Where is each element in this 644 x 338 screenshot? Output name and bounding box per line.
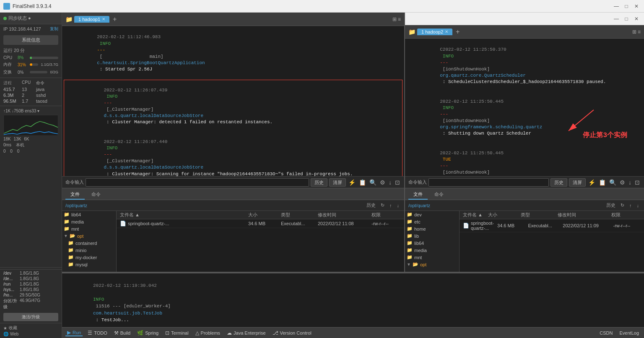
file-name-1: 📄 springboot-quartz-... — [120, 221, 245, 226]
folder-icon: 📁 — [68, 255, 74, 260]
right-tree-home[interactable]: 📁 home — [405, 225, 459, 232]
file-row-1[interactable]: 📄 springboot-quartz-... 34.6 MB Executab… — [117, 219, 404, 228]
bottom-tab-terminal[interactable]: ⊡ Terminal — [164, 330, 190, 336]
left-download-file-icon[interactable]: ↓ — [395, 203, 401, 208]
bottom-tab-build[interactable]: ⚒ Build — [112, 330, 132, 336]
tree-item-minio[interactable]: 📁 minio — [62, 247, 116, 254]
bottom-csdn[interactable]: CSDN — [598, 330, 614, 335]
left-history-file-button[interactable]: 历史 — [365, 202, 377, 208]
file-size-1: 34.6 MB — [248, 221, 278, 226]
tree-item-lib64[interactable]: 📁 lib64 — [62, 211, 116, 218]
close-button[interactable]: ✕ — [632, 2, 641, 10]
right-clear-button[interactable]: 清屏 — [569, 178, 586, 187]
right-search-icon[interactable]: 🔍 — [608, 179, 617, 186]
right-grid-button[interactable]: ⊞ ≡ — [632, 29, 641, 35]
folder-icon: 📁 — [64, 226, 70, 231]
sys-info-button[interactable]: 系统信息 — [3, 35, 58, 45]
right-download-file-icon[interactable]: ↓ — [635, 203, 641, 208]
right-copy-icon[interactable]: 📋 — [598, 179, 607, 186]
left-history-button[interactable]: 历史 — [311, 178, 327, 187]
left-tab-close[interactable]: ✕ — [102, 17, 105, 21]
activate-button[interactable]: 激活/升级 — [3, 313, 58, 321]
tree-item-mysql[interactable]: 📁 mysql — [62, 261, 116, 268]
left-settings-icon[interactable]: ⚙ — [379, 179, 386, 186]
cpu-percent: 8% — [18, 55, 28, 60]
left-upload-icon[interactable]: ↑ — [388, 203, 394, 208]
right-tree-lib64[interactable]: 📁 lib64 — [405, 239, 459, 247]
left-refresh-icon[interactable]: ↻ — [379, 203, 386, 208]
left-download-icon[interactable]: ↓ — [388, 179, 392, 186]
folder-icon: 📁 — [407, 233, 413, 239]
right-file-row-1[interactable]: 📄 springboot-quartz-... 34.6 MB Executab… — [460, 219, 644, 232]
right-col-name[interactable]: 文件名 ▲ — [463, 212, 485, 218]
left-panel-tab[interactable]: 1 hadoop1 ✕ — [74, 16, 109, 23]
left-cmd-input[interactable] — [86, 178, 309, 187]
col-type[interactable]: 类型 — [281, 212, 314, 218]
folder-icon: 📁 — [68, 247, 74, 253]
swap-label: 交换 — [3, 69, 16, 75]
right-panel-tab[interactable]: 1 hadoop2 ✕ — [417, 29, 452, 35]
right-history-file-button[interactable]: 历史 — [605, 202, 617, 208]
right-tree-mnt[interactable]: 📁 mnt — [405, 254, 459, 261]
right-tree-media[interactable]: 📁 media — [405, 247, 459, 254]
right-maximize-button[interactable]: □ — [622, 15, 631, 23]
bottom-tab-version-control[interactable]: ⎇ Version Control — [271, 330, 313, 336]
right-tab-close[interactable]: ✕ — [445, 29, 448, 34]
bottom-tab-run[interactable]: ▶ Run — [65, 330, 83, 336]
right-minimize-button[interactable]: — — [612, 15, 621, 23]
center-content: 📁 1 hadoop1 ✕ + ⊞ ≡ 2022-02-12 11:12:46.… — [62, 13, 644, 338]
right-add-tab-button[interactable]: + — [456, 28, 460, 36]
left-tab-files[interactable]: 文件 — [65, 190, 85, 200]
right-terminal[interactable]: C2022-02-12 11:25:50.370 INFO --- [ionSh… — [405, 39, 644, 176]
left-add-tab-button[interactable]: + — [113, 16, 117, 23]
right-upload-icon[interactable]: ↑ — [628, 203, 634, 208]
left-copy-icon[interactable]: 📋 — [358, 179, 367, 186]
tree-item-media[interactable]: 📁 media — [62, 218, 116, 225]
left-expand-icon[interactable]: ⊡ — [394, 179, 401, 186]
right-col-size[interactable]: 大小 — [488, 212, 517, 218]
left-terminal[interactable]: 2022-02-12 11:12:46.983 INFO --- [ main]… — [62, 26, 404, 176]
swap-bar-bg — [30, 71, 47, 73]
right-tab-commands[interactable]: 命令 — [429, 190, 449, 200]
right-col-perm[interactable]: 权限 — [611, 212, 641, 218]
path-row-run: /run 1.8G/1.8G — [3, 281, 58, 287]
memory-bar-fill — [30, 63, 32, 66]
col-date[interactable]: 修改时间 — [318, 212, 368, 218]
right-tree-opt[interactable]: ▼ 📂 opt — [405, 261, 459, 268]
minimize-button[interactable]: — — [612, 2, 621, 10]
left-lightning-icon[interactable]: ⚡ — [348, 179, 356, 186]
right-refresh-icon[interactable]: ↻ — [619, 203, 626, 208]
right-close-button[interactable]: ✕ — [632, 15, 641, 23]
right-tree-etc[interactable]: 📁 etc — [405, 218, 459, 225]
right-col-type[interactable]: 类型 — [521, 212, 554, 218]
bottom-tab-todo[interactable]: ☰ TODO — [86, 330, 109, 336]
right-cmd-input[interactable] — [428, 178, 549, 187]
left-search-icon[interactable]: 🔍 — [369, 179, 377, 186]
right-tab-files[interactable]: 文件 — [408, 190, 428, 200]
bottom-console[interactable]: 2022-02-12 11:19:30.042 INFO 11516 --- [… — [62, 273, 644, 327]
copy-ip-button[interactable]: 复制 — [50, 26, 58, 32]
right-download-icon[interactable]: ↓ — [628, 179, 632, 186]
right-history-button[interactable]: 历史 — [551, 178, 567, 187]
right-tree-lib[interactable]: 📁 lib — [405, 232, 459, 239]
bottom-tab-java-enterprise[interactable]: ☁ Java Enterprise — [225, 330, 267, 336]
tree-item-opt[interactable]: ▼ 📂 opt — [62, 232, 116, 239]
left-clear-button[interactable]: 清屏 — [329, 178, 346, 187]
bottom-event-log[interactable]: EventLog — [618, 330, 641, 335]
right-expand-icon[interactable]: ⊡ — [634, 179, 641, 186]
right-tree-dev[interactable]: 📁 dev — [405, 211, 459, 218]
col-name[interactable]: 文件名 ▲ — [120, 212, 245, 218]
left-grid-button[interactable]: ⊞ ≡ — [392, 16, 401, 22]
bottom-tab-problems[interactable]: △ Problems — [194, 330, 222, 336]
right-col-date[interactable]: 修改时间 — [558, 212, 608, 218]
tree-item-containerd[interactable]: 📁 containerd — [62, 239, 116, 247]
maximize-button[interactable]: □ — [622, 2, 631, 10]
col-perm[interactable]: 权限 — [371, 212, 401, 218]
left-tab-commands[interactable]: 命令 — [86, 190, 106, 200]
tree-item-mydocker[interactable]: 📁 my-docker — [62, 254, 116, 261]
right-settings-icon[interactable]: ⚙ — [619, 179, 626, 186]
bottom-tab-spring[interactable]: 🌿 Spring — [135, 330, 160, 336]
right-lightning-icon[interactable]: ⚡ — [587, 179, 596, 186]
tree-item-mnt[interactable]: 📁 mnt — [62, 225, 116, 232]
col-size[interactable]: 大小 — [248, 212, 278, 218]
